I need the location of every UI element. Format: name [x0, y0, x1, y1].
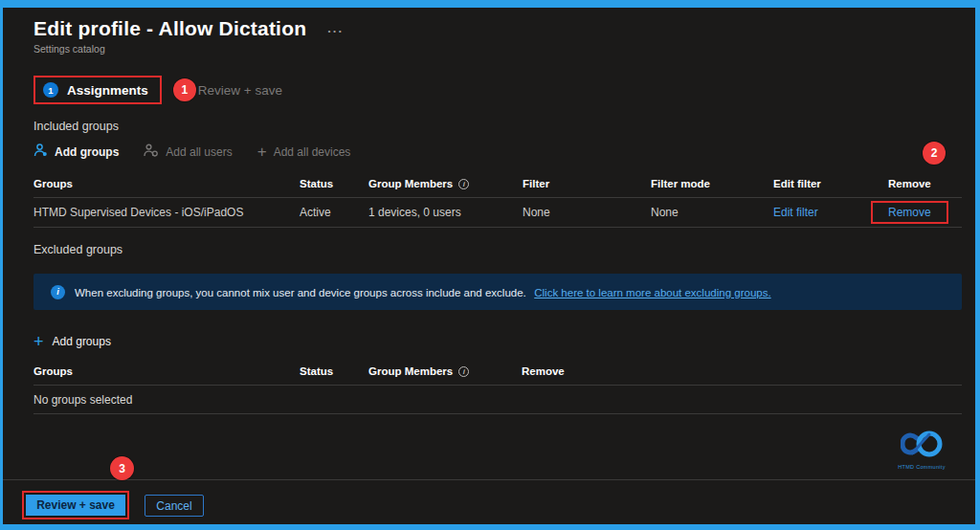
exclusion-info-banner: i When excluding groups, you cannot mix …	[33, 274, 962, 310]
filter-mode-cell: None	[651, 206, 773, 219]
add-groups-button[interactable]: Add groups	[33, 144, 119, 161]
annotation-badge-1: 1	[173, 78, 196, 101]
included-table-header: Groups Status Group Members i Filter Fil…	[33, 174, 962, 198]
page-title: Edit profile - Allow Dictation	[33, 17, 306, 40]
step-number-icon: 1	[43, 82, 58, 98]
info-icon: i	[458, 179, 469, 189]
tab-review-save[interactable]: Review + save	[198, 83, 282, 98]
annotation-badge-2: 2	[923, 142, 946, 165]
add-person-icon	[33, 144, 48, 161]
col-filter-mode: Filter mode	[651, 174, 773, 197]
col-groups: Groups	[33, 362, 300, 385]
col-groups: Groups	[33, 174, 300, 197]
remove-link[interactable]: Remove	[888, 206, 931, 219]
htmd-community-logo: HTMD Community	[897, 431, 947, 470]
excluded-groups-table: Groups Status Group Members i Remove No …	[33, 362, 962, 414]
plus-icon: +	[33, 336, 44, 347]
filter-cell: None	[523, 206, 651, 219]
add-all-devices-button[interactable]: + Add all devices	[257, 145, 351, 159]
edit-profile-pane: Edit profile - Allow Dictation ... Setti…	[3, 8, 975, 524]
annotation-box-assignments: 1 Assignments	[33, 76, 162, 104]
status-cell: Active	[300, 206, 368, 219]
add-all-users-button[interactable]: Add all users	[144, 144, 232, 161]
add-all-users-label: Add all users	[166, 145, 232, 159]
group-members-cell: 1 devices, 0 users	[368, 206, 523, 219]
included-groups-toolbar: Add groups Add all users + Add all devic…	[33, 144, 962, 161]
col-filter: Filter	[523, 174, 651, 197]
group-name-cell: HTMD Supervised Devices - iOS/iPadOS	[33, 206, 300, 219]
screenshot-frame: Edit profile - Allow Dictation ... Setti…	[0, 0, 980, 530]
excluded-table-header: Groups Status Group Members i Remove	[33, 362, 962, 386]
more-options-icon[interactable]: ...	[327, 21, 344, 35]
tab-assignments[interactable]: Assignments	[67, 83, 148, 98]
excluded-add-groups-button[interactable]: + Add groups	[33, 335, 962, 348]
info-banner-text: When excluding groups, you cannot mix us…	[75, 287, 526, 298]
annotation-box-review-save: Review + save	[22, 491, 129, 519]
learn-more-link[interactable]: Click here to learn more about excluding…	[534, 287, 770, 298]
cancel-button[interactable]: Cancel	[145, 495, 204, 517]
col-group-members: Group Members i	[368, 174, 523, 197]
col-status: Status	[300, 174, 368, 197]
annotation-box-remove: Remove	[871, 201, 948, 224]
no-groups-selected-text: No groups selected	[33, 393, 132, 407]
page-subtitle: Settings catalog	[33, 43, 962, 55]
edit-filter-link[interactable]: Edit filter	[773, 206, 818, 219]
col-remove: Remove	[522, 362, 962, 385]
included-groups-table: 2 Groups Status Group Members i Filter F…	[33, 174, 962, 228]
footer-bar: 3 Review + save Cancel	[3, 479, 975, 524]
col-edit-filter: Edit filter	[773, 174, 888, 197]
review-save-button[interactable]: Review + save	[26, 495, 125, 516]
add-all-devices-label: Add all devices	[274, 145, 351, 159]
included-groups-heading: Included groups	[33, 120, 962, 133]
wizard-steps: 1 Assignments 1 Review + save	[33, 76, 962, 104]
add-groups-label: Add groups	[55, 145, 119, 159]
excluded-groups-heading: Excluded groups	[33, 243, 962, 256]
people-icon	[144, 144, 159, 161]
plus-icon: +	[257, 146, 267, 158]
table-row: HTMD Supervised Devices - iOS/iPadOS Act…	[33, 198, 962, 228]
htmd-logo-icon	[901, 431, 943, 459]
annotation-badge-3: 3	[110, 456, 134, 480]
col-status: Status	[300, 362, 368, 385]
info-icon: i	[458, 366, 469, 377]
empty-state-row: No groups selected	[33, 386, 962, 414]
col-remove: Remove	[888, 174, 962, 197]
logo-caption: HTMD Community	[897, 464, 947, 470]
col-group-members: Group Members i	[368, 362, 522, 385]
excluded-add-groups-label: Add groups	[53, 335, 111, 348]
info-icon: i	[51, 285, 65, 299]
